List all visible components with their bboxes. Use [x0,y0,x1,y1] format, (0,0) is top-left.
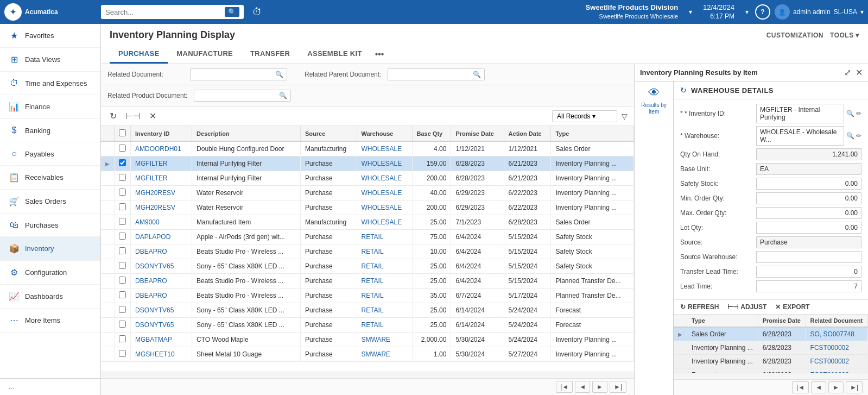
sidebar-item-inventory[interactable]: 📦 Inventory [0,237,100,261]
sidebar-item-more-items[interactable]: ⋯ More Items [0,309,100,333]
sidebar-item-data-views[interactable]: ⊞ Data Views [0,48,100,72]
row-warehouse[interactable]: WHOLESALE [357,186,412,200]
row-checkbox-cell[interactable] [115,259,131,274]
wh-refresh-button[interactable]: ↻ REFRESH [680,303,719,311]
tabs-more-button[interactable]: ••• [371,45,389,64]
wh-refresh-icon[interactable]: ↻ [680,86,687,95]
select-all-checkbox[interactable] [119,129,126,136]
related-parent-field[interactable] [391,71,473,78]
row-inventory-id[interactable]: DSONYTV65 [131,318,192,333]
wh-row-related-doc[interactable]: FCST000002 [806,368,867,373]
sidebar-item-payables[interactable]: ○ Payables [0,142,100,166]
tab-purchase[interactable]: PURCHASE [110,45,168,64]
row-checkbox-cell[interactable] [115,141,131,156]
row-inventory-id[interactable]: DBEAPRO [131,289,192,303]
maximize-button[interactable]: ⤢ [844,67,851,78]
wh-first-page[interactable]: |◄ [792,381,809,393]
row-warehouse[interactable]: RETAIL [357,303,412,318]
row-checkbox-cell[interactable] [115,156,131,171]
row-inventory-id[interactable]: MGH20RESV [131,186,192,200]
col-checkbox-header[interactable] [115,126,131,141]
last-page-button[interactable]: ►| [610,381,626,393]
clear-button[interactable]: ✕ [147,110,159,122]
lead-time-value[interactable]: 7 [756,280,861,292]
search-button[interactable]: 🔍 [225,7,239,17]
filter-button[interactable]: ▽ [622,112,628,121]
inventory-id-search-icon[interactable]: 🔍 [846,110,854,117]
row-warehouse[interactable]: WHOLESALE [357,200,412,215]
prev-page-button[interactable]: ◄ [575,381,590,393]
sidebar-collapse[interactable]: ... [0,378,100,395]
wh-export-button[interactable]: ✕ EXPORT [775,303,809,311]
row-inventory-id[interactable]: DAPLAPOD [131,230,192,244]
row-warehouse[interactable]: SMWARE [357,333,412,347]
row-warehouse[interactable]: RETAIL [357,230,412,244]
row-inventory-id[interactable]: MGH20RESV [131,200,192,215]
row-checkbox-cell[interactable] [115,289,131,303]
col-promise-date[interactable]: Promise Date [451,126,504,141]
row-warehouse[interactable]: RETAIL [357,318,412,333]
row-checkbox[interactable] [119,262,126,269]
row-checkbox-cell[interactable] [115,230,131,244]
help-button[interactable]: ? [755,4,770,20]
wh-col-related-doc[interactable]: Related Document [806,315,867,327]
row-warehouse[interactable]: WHOLESALE [357,215,412,230]
related-product-field[interactable] [198,92,279,99]
refresh-button[interactable]: ↻ [107,110,119,122]
row-checkbox-cell[interactable] [115,333,131,347]
safety-stock-value[interactable]: 0.00 [756,178,861,190]
wh-col-promise-date[interactable]: Promise Date [758,315,806,327]
row-inventory-id[interactable]: AM9000 [131,215,192,230]
sidebar-item-configuration[interactable]: ⚙ Configuration [0,261,100,285]
row-inventory-id[interactable]: MGFILTER [131,156,192,171]
row-checkbox[interactable] [119,291,126,298]
col-action-date[interactable]: Action Date [504,126,551,141]
wh-row-related-doc[interactable]: FCST000002 [806,355,867,368]
wh-col-type[interactable]: Type [687,315,758,327]
user-dropdown[interactable]: ▾ [860,8,864,16]
related-doc-input[interactable]: 🔍 [190,68,287,80]
row-inventory-id[interactable]: AMDOORDH01 [131,141,192,156]
sidebar-item-sales-orders[interactable]: 🛒 Sales Orders [0,190,100,214]
row-checkbox[interactable] [119,350,126,357]
col-base-qty[interactable]: Base Qty [412,126,451,141]
min-order-qty-value[interactable]: 0.00 [756,192,861,204]
row-checkbox-cell[interactable] [115,244,131,259]
sidebar-item-receivables[interactable]: 📋 Receivables [0,166,100,190]
search-input[interactable] [105,8,225,16]
row-inventory-id[interactable]: MGSHEET10 [131,347,192,362]
wh-adjust-button[interactable]: ⊢⊣ ADJUST [727,303,766,311]
col-inventory-id[interactable]: Inventory ID [131,126,192,141]
row-inventory-id[interactable]: MGBATMAP [131,333,192,347]
search-bar[interactable]: 🔍 [101,5,244,19]
row-checkbox-cell[interactable] [115,215,131,230]
row-warehouse[interactable]: RETAIL [357,244,412,259]
row-warehouse[interactable]: RETAIL [357,274,412,289]
row-expander[interactable]: ▶ [105,161,110,167]
row-checkbox[interactable] [119,159,126,166]
row-checkbox[interactable] [119,218,126,225]
lot-qty-value[interactable]: 0.00 [756,222,861,234]
col-description[interactable]: Description [192,126,301,141]
related-parent-input[interactable]: 🔍 [388,68,485,80]
row-checkbox[interactable] [119,203,126,210]
row-warehouse[interactable]: WHOLESALE [357,156,412,171]
wh-scrollbar[interactable] [674,373,868,379]
row-inventory-id[interactable]: MGFILTER [131,171,192,186]
row-checkbox[interactable] [119,335,126,342]
row-warehouse[interactable]: WHOLESALE [357,141,412,156]
first-page-button[interactable]: |◄ [556,381,573,393]
max-order-qty-value[interactable]: 0.00 [756,207,861,219]
row-checkbox[interactable] [119,233,126,240]
sidebar-item-banking[interactable]: $ Banking [0,119,100,142]
tab-transfer[interactable]: TRANSFER [242,45,299,64]
row-checkbox[interactable] [119,174,126,181]
source-warehouse-value[interactable] [756,251,861,263]
row-checkbox[interactable] [119,247,126,254]
row-warehouse[interactable]: RETAIL [357,259,412,274]
inventory-id-edit-icon[interactable]: ✏ [856,110,861,117]
row-warehouse[interactable]: RETAIL [357,289,412,303]
related-doc-search-icon[interactable]: 🔍 [275,71,283,78]
col-type[interactable]: Type [551,126,634,141]
row-checkbox-cell[interactable] [115,318,131,333]
